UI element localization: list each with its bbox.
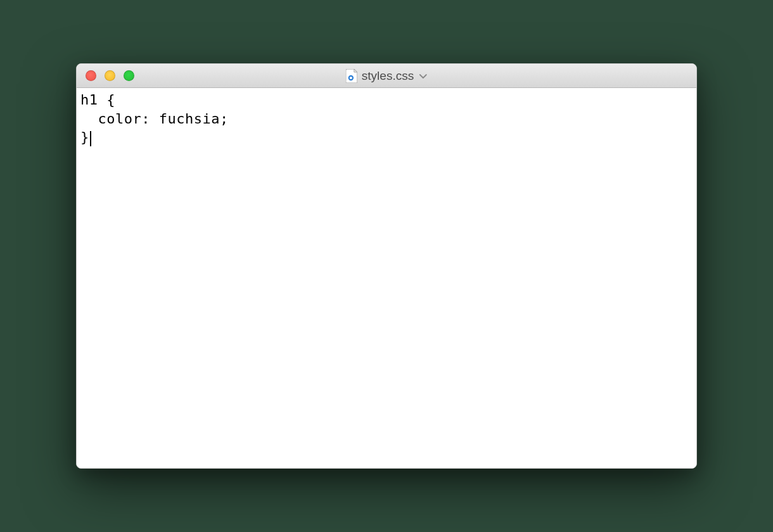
code-line: } [80,128,693,147]
minimize-button[interactable] [105,70,115,81]
window-title-group[interactable]: styles.css [346,69,427,83]
maximize-button[interactable] [124,70,134,81]
traffic-lights [77,70,134,81]
window-title: styles.css [362,69,414,83]
code-text: } [80,129,89,145]
titlebar[interactable]: styles.css [77,64,696,88]
editor-window: styles.css h1 { color: fuchsia;} [76,63,697,469]
text-cursor [90,131,91,146]
chevron-down-icon[interactable] [419,71,427,81]
code-line: h1 { [80,91,693,110]
css-file-icon [346,69,357,83]
code-line: color: fuchsia; [80,110,693,129]
code-editor[interactable]: h1 { color: fuchsia;} [77,88,696,468]
close-button[interactable] [86,70,96,81]
svg-point-1 [350,76,352,79]
